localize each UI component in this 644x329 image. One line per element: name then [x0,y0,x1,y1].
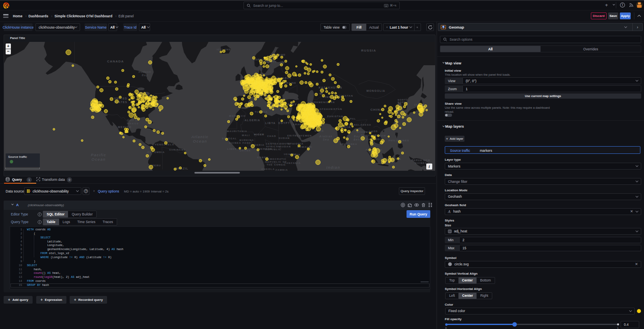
svg-text:SURINAME: SURINAME [169,149,186,151]
svg-text:LIBERIA: LIBERIA [227,148,240,150]
svg-text:FASO: FASO [242,142,251,144]
svg-text:THE CONGO: THE CONGO [266,163,285,166]
svg-text:Ocean: Ocean [91,157,106,161]
svg-text:ERITREA: ERITREA [287,134,301,137]
svg-text:RUSSIA: RUSSIA [361,49,376,52]
svg-text:MALI: MALI [242,134,250,137]
svg-text:Arabian: Arabian [319,135,333,138]
svg-text:!: ! [622,3,623,7]
svg-text:TANZANIA: TANZANIA [285,161,301,164]
svg-text:CANADA: CANADA [107,60,124,63]
svg-text:GUINEA: GUINEA [229,142,242,144]
svg-text:CHAD: CHAD [267,134,277,137]
svg-text:GUINEA: GUINEA [415,162,427,164]
svg-text:SUDAN: SUDAN [280,145,291,148]
svg-text:PAPUA NEW: PAPUA NEW [412,159,431,161]
svg-text:Mexico: Mexico [127,122,139,125]
svg-text:DEMOCRATIC: DEMOCRATIC [266,158,287,160]
svg-text:Hudson: Hudson [138,70,151,73]
svg-text:Atlantic: Atlantic [191,134,208,139]
svg-text:LIBYA: LIBYA [265,122,276,124]
svg-text:EGYPT: EGYPT [278,122,290,124]
svg-text:Ocean: Ocean [193,139,207,143]
svg-text:Bay: Bay [142,74,148,77]
svg-text:ALGERIA: ALGERIA [245,119,260,122]
svg-text:NIGER: NIGER [254,133,264,136]
svg-text:MAURITANIA: MAURITANIA [227,130,248,132]
svg-text:YEMEN: YEMEN [301,134,312,137]
svg-text:BURKINA: BURKINA [239,139,254,141]
svg-text:Sea: Sea [323,138,329,141]
svg-text:AFGHANISTAN: AFGHANISTAN [320,108,342,110]
svg-text:SOUTH: SOUTH [280,143,291,145]
svg-text:GHANA: GHANA [239,149,251,152]
svg-text:REPUBLIC OF: REPUBLIC OF [265,161,287,163]
svg-text:PAKISTAN: PAKISTAN [327,115,343,118]
svg-text:ANGOLA: ANGOLA [261,168,275,170]
svg-text:COLOMBIA: COLOMBIA [147,151,165,153]
svg-text:UGANDA: UGANDA [284,153,297,155]
svg-text:ZAMBIA: ZAMBIA [275,168,288,171]
svg-text:SENEGAL: SENEGAL [222,137,237,140]
svg-text:Pacific: Pacific [91,153,106,157]
svg-text:MONGOLIA: MONGOLIA [367,89,386,92]
svg-text:CENTRAL: CENTRAL [266,143,281,145]
svg-text:BRAZIL: BRAZIL [175,167,188,170]
svg-text:PERU: PERU [152,164,161,167]
svg-text:SUDAN: SUDAN [279,137,290,139]
svg-text:Gulf of: Gulf of [127,119,139,122]
svg-text:?: ? [85,190,87,192]
svg-text:Indian: Indian [326,165,341,170]
